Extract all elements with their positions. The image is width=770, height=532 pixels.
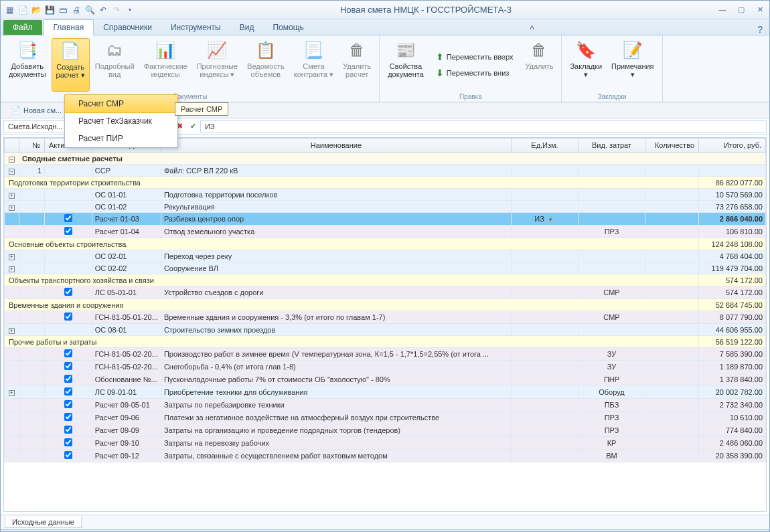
row-checkbox[interactable] (64, 451, 72, 459)
notes-button[interactable]: 📝Примечания ▾ (607, 38, 658, 92)
row-checkbox[interactable] (64, 438, 72, 446)
move-down-button[interactable]: ⬇Переместить вниз (432, 66, 518, 80)
table-row[interactable]: ГСН-81-05-02-20... Снегоборьба - 0,4% (о… (5, 361, 766, 373)
dropdown-item-smr[interactable]: Расчет СМР (64, 94, 178, 113)
tab-file[interactable]: Файл (3, 20, 42, 35)
table-row[interactable]: Расчет 09-06 Платежи за негативное возде… (5, 412, 766, 424)
fact-indexes-button[interactable]: 📊Фактические индексы (140, 38, 191, 92)
group-row[interactable]: −Сводные сметные расчеты (5, 153, 766, 165)
title-bar: ▦ 📄 📂 💾 🗃 🖨 🔍 ↶ ↷ ▾ Новая смета НМЦК - Г… (1, 1, 769, 19)
maximize-button[interactable]: ▢ (735, 5, 748, 14)
dropdown-item-tech[interactable]: Расчет ТехЗаказчик (65, 112, 177, 130)
sheet-tabs: Исходные данные (1, 515, 769, 529)
status-bar: Позиций: 1 CAPS NUM (1, 529, 769, 532)
tab-main[interactable]: Главная (44, 19, 94, 35)
create-calc-button[interactable]: 📄Создать расчет ▾ (52, 38, 90, 92)
delete-calc-button[interactable]: 🗑Удалить расчет (339, 38, 375, 92)
formula-value[interactable]: ИЗ (200, 120, 767, 132)
data-grid[interactable]: № Активность Шифр Наименование Ед.Изм. В… (3, 137, 767, 512)
row-checkbox[interactable] (64, 426, 72, 434)
table-row[interactable]: Расчет 01-04 Отвод земельного участка ПР… (5, 226, 766, 238)
create-calc-dropdown: Расчет СМР Расчет ТехЗаказчик Расчет ПИР (64, 94, 178, 148)
row-checkbox[interactable] (64, 362, 72, 370)
confirm-edit-icon[interactable]: ✔ (187, 120, 199, 132)
document-tab[interactable]: 📄 Новая см... (5, 104, 68, 116)
table-row[interactable]: Основные объекты строительства124 248 10… (5, 238, 766, 250)
header-unit[interactable]: Ед.Изм. (512, 139, 579, 153)
table-row[interactable]: + ОС 02-02 Сооружение ВЛ 119 479 704.00 (5, 262, 766, 274)
tooltip: Расчет СМР (175, 102, 228, 116)
ribbon-collapse-icon[interactable]: ^ (530, 24, 534, 35)
ribbon: 📑Добавить документы 📄Создать расчет ▾ 🗂П… (1, 35, 769, 102)
table-row[interactable]: Расчет 01-03 Разбивка центров опор ИЗ▾ 2… (5, 213, 766, 226)
header-num[interactable]: № (19, 139, 45, 153)
table-row[interactable]: Прочие работы и затраты56 519 122.00 (5, 336, 766, 348)
header-name[interactable]: Наименование (161, 139, 511, 153)
table-row[interactable]: Обоснование №... Пусконаладочные работы … (5, 373, 766, 386)
group-bookmarks-label: Закладки (566, 92, 658, 100)
table-row[interactable]: Временные здания и сооружения52 684 745.… (5, 299, 766, 311)
header-qty[interactable]: Количество (645, 139, 699, 153)
help-icon[interactable]: ? (757, 24, 763, 35)
table-row[interactable]: + ОС 01-02 Рекультивация 73 276 658.00 (5, 201, 766, 213)
delete-button[interactable]: 🗑Удалить (521, 38, 557, 92)
contract-estimate-button[interactable]: 📃Смета контракта ▾ (290, 38, 337, 92)
table-row[interactable]: Расчет 09-10 Затраты на перевозку рабочи… (5, 437, 766, 450)
prog-indexes-button[interactable]: 📈Прогнозные индексы ▾ (193, 38, 242, 92)
quick-access-toolbar: ▦ 📄 📂 💾 🗃 🖨 🔍 ↶ ↷ ▾ (3, 4, 136, 16)
table-row[interactable]: Подготовка территории строительства86 82… (5, 177, 766, 189)
redo-icon[interactable]: ↷ (110, 4, 123, 16)
tab-tools[interactable]: Инструменты (161, 20, 230, 35)
minimize-button[interactable]: — (716, 5, 729, 14)
table-row[interactable]: ЛС 05-01-01 Устройство съездов с дороги … (5, 286, 766, 299)
undo-icon[interactable]: ↶ (97, 4, 109, 16)
detail-view-button[interactable]: 🗂Подробный вид (91, 38, 139, 92)
table-row[interactable]: + ОС 08-01 Строительство зимних проездов… (5, 324, 766, 336)
preview-icon[interactable]: 🔍 (84, 4, 96, 16)
row-checkbox[interactable] (64, 214, 72, 222)
open-icon[interactable]: 📂 (30, 4, 42, 16)
tab-help[interactable]: Помощь (263, 20, 313, 35)
qat-more-icon[interactable]: ▾ (124, 4, 136, 16)
table-row[interactable]: Расчет 09-12 Затраты, связанные с осущес… (5, 450, 766, 462)
ribbon-tabs: Файл Главная Справочники Инструменты Вид… (1, 19, 769, 35)
header-cost-type[interactable]: Вид. затрат (579, 139, 645, 153)
table-row[interactable]: Расчет 09-05-01 Затраты по перебазировке… (5, 399, 766, 412)
add-documents-button[interactable]: 📑Добавить документы (5, 38, 50, 92)
tab-references[interactable]: Справочники (94, 20, 161, 35)
group-documents-label: Документы (5, 92, 375, 100)
table-row[interactable]: + ОС 02-01 Переход через реку 4 768 404.… (5, 250, 766, 262)
table-row[interactable]: Объекты транспортного хозяйства и связи5… (5, 274, 766, 286)
bookmarks-button[interactable]: 🔖Закладки ▾ (566, 38, 606, 92)
new-icon[interactable]: 📄 (17, 4, 29, 16)
table-row[interactable]: + ЛС 09-01-01 Приобретение техники для о… (5, 386, 766, 399)
row-checkbox[interactable] (64, 349, 72, 357)
row-checkbox[interactable] (64, 387, 72, 395)
window-title: Новая смета НМЦК - ГОССТРОЙСМЕТА-3 (136, 5, 716, 15)
row-checkbox[interactable] (64, 227, 72, 235)
table-row[interactable]: ГСН-81-05-02-20... Производство работ в … (5, 348, 766, 361)
sheet-tab-source[interactable]: Исходные данные (5, 517, 82, 528)
row-checkbox[interactable] (64, 288, 72, 296)
doc-properties-button[interactable]: 📰Свойства документа (384, 38, 428, 92)
table-row[interactable]: − 1 ССР Файл: ССР ВЛ 220 кВ (5, 165, 766, 177)
table-row[interactable]: + ОС 01-01 Подготовка территории поселко… (5, 189, 766, 201)
row-checkbox[interactable] (64, 313, 72, 321)
tab-view[interactable]: Вид (230, 20, 264, 35)
table-row[interactable]: ГСН-81-05-01-20... Временные здания и со… (5, 311, 766, 324)
row-checkbox[interactable] (64, 375, 72, 383)
header-total[interactable]: Итого, руб. (699, 139, 766, 153)
row-checkbox[interactable] (64, 400, 72, 408)
save-icon[interactable]: 💾 (44, 4, 56, 16)
app-icon: ▦ (3, 4, 15, 16)
row-checkbox[interactable] (64, 413, 72, 421)
move-up-button[interactable]: ⬆Переместить вверх (432, 50, 518, 64)
saveall-icon[interactable]: 🗃 (57, 4, 69, 16)
group-edit-label: Правка (384, 92, 557, 100)
close-button[interactable]: ✕ (753, 5, 767, 14)
dropdown-item-pir[interactable]: Расчет ПИР (65, 130, 177, 147)
print-icon[interactable]: 🖨 (70, 4, 82, 16)
volume-sheet-button[interactable]: 📋Ведомость объемов (243, 38, 289, 92)
table-row[interactable]: Расчет 09-09 Затраты на организацию и пр… (5, 424, 766, 437)
